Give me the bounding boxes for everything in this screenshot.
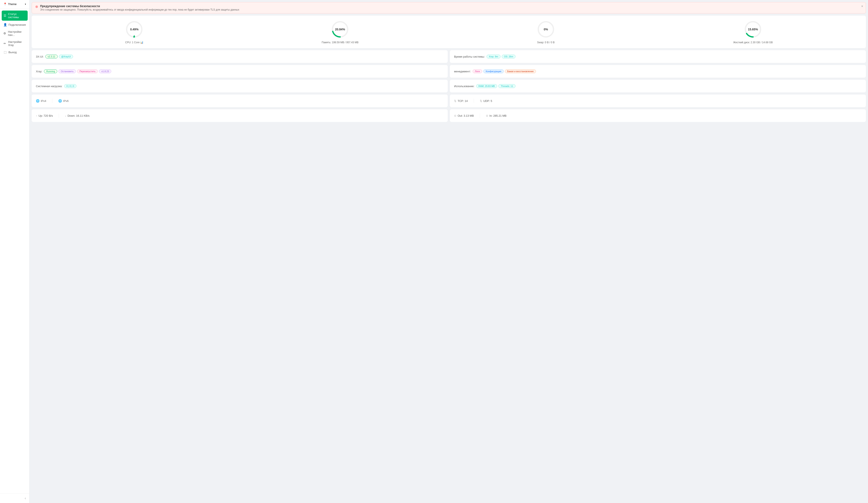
ipv6-item: 🌐 IPv6	[58, 99, 69, 103]
outbound-icon: ⊙	[454, 114, 456, 117]
management-tags: Логи Конфигурация Бакап и восстановление	[473, 70, 536, 73]
gear-icon: ⚙	[3, 32, 6, 35]
xray-version-tag[interactable]: v1.8.23	[99, 70, 111, 73]
ram-tag[interactable]: RAM: 29.83 MB	[476, 84, 497, 88]
ipv6-icon: 🌐	[58, 99, 62, 103]
system-load-card: Системная нагрузка: 0 | 0 | 0	[32, 80, 448, 92]
xray-running-tag[interactable]: Running	[44, 70, 57, 73]
load-value-tag[interactable]: 0 | 0 | 0	[64, 84, 76, 88]
edit-icon: ✏	[3, 42, 6, 45]
alert-icon: ⊗	[35, 4, 38, 9]
divider	[59, 114, 59, 118]
swap-value: 0%	[544, 28, 548, 31]
sidebar: 📍 Theme ▾ ☰ Статус системы 👤 Подключения…	[0, 0, 30, 503]
collapse-icon: ‹	[25, 496, 26, 501]
ui-version-tags: v2.3.11 @XrayUI	[45, 55, 73, 59]
swap-gauge-circle: 0%	[536, 20, 555, 39]
backup-tag[interactable]: Бакап и восстановление	[505, 70, 536, 73]
udp-label: UDP: 5	[483, 99, 492, 103]
tcp-label: TCP: 14	[458, 99, 468, 103]
management-label: менеджмент:	[454, 70, 471, 73]
network-ip-card: 🌐 IPv4 🌐 IPv6	[32, 95, 448, 107]
theme-icon: 📍	[3, 2, 7, 6]
sidebar-item-label: Выход	[9, 51, 17, 54]
ipv6-label: IPv6	[63, 99, 69, 103]
xray-stop-tag[interactable]: Остановить	[59, 70, 76, 73]
ipv4-label: IPv4	[41, 99, 46, 103]
swap-label: Swap: 0 B / 0 B	[537, 41, 555, 44]
disk-gauge: 15.65% Жесткий диск: 2.30 GB / 14.68 GB	[733, 20, 773, 44]
logs-tag[interactable]: Логи	[473, 70, 482, 73]
ui-xrayui-tag[interactable]: @XrayUI	[59, 55, 73, 59]
xray-restart-tag[interactable]: Перезапустить	[77, 70, 98, 73]
ui-version-card: 3X-UI: v2.3.11 @XrayUI	[32, 50, 448, 63]
tcp-item: ⇅ TCP: 14	[454, 99, 468, 103]
theme-label: Theme	[8, 2, 17, 6]
disk-label: Жесткий диск: 2.30 GB / 14.68 GB	[733, 41, 773, 44]
sidebar-item-label: Настройки пан...	[8, 30, 26, 36]
cpu-gauge: 0.49% CPU: 1 Core 📊	[125, 20, 144, 44]
info-cards-grid: 3X-UI: v2.3.11 @XrayUI Время работы сист…	[32, 50, 866, 122]
outbound-item: ⊙ Out: 3.13 MB	[454, 114, 474, 117]
memory-value: 20.84%	[335, 28, 345, 31]
management-card: менеджмент: Логи Конфигурация Бакап и во…	[450, 65, 866, 78]
download-item: ↓ Down: 16.11 KB/s	[65, 114, 90, 117]
sidebar-item-connections[interactable]: 👤 Подключения	[0, 21, 29, 28]
xray-status-card: Xray: Running Остановить Перезапустить v…	[32, 65, 448, 78]
tcp-icon: ⇅	[454, 99, 456, 103]
security-alert: ⊗ Предупреждение системы безопасности Эт…	[32, 2, 866, 13]
ui-version-label: 3X-UI:	[36, 55, 44, 58]
inbound-item: ⊙ In: 285.21 MB	[486, 114, 507, 117]
memory-label: Память: 199.59 MB / 957.43 MB	[322, 41, 359, 44]
divider	[52, 99, 52, 103]
config-tag[interactable]: Конфигурация	[483, 70, 504, 73]
alert-title: Предупреждение системы безопасности	[40, 4, 862, 8]
sidebar-item-panel-settings[interactable]: ⚙ Настройки пан...	[0, 28, 29, 39]
memory-gauge: 20.84% Память: 199.59 MB / 957.43 MB	[322, 20, 359, 44]
sidebar-item-logout[interactable]: ⬚ Выход	[0, 49, 29, 56]
system-load-label: Системная нагрузка:	[36, 85, 62, 88]
os-uptime-tag[interactable]: OS: 26m	[502, 55, 516, 59]
outbound-label: Out: 3.13 MB	[458, 114, 474, 117]
traffic-outin-card: ⊙ Out: 3.13 MB ⊙ In: 285.21 MB	[450, 109, 866, 122]
alert-content: Предупреждение системы безопасности Это …	[40, 4, 862, 11]
usage-tags: RAM: 29.83 MB Threads: 11	[476, 84, 516, 88]
sidebar-collapse-button[interactable]: ‹	[3, 496, 26, 501]
threads-tag[interactable]: Threads: 11	[498, 84, 516, 88]
inbound-icon: ⊙	[486, 114, 488, 117]
download-icon: ↓	[65, 114, 66, 117]
cpu-dot	[134, 35, 135, 37]
sidebar-footer: ‹	[0, 493, 29, 503]
swap-gauge: 0% Swap: 0 B / 0 B	[536, 20, 555, 44]
tcp-udp-card: ⇅ TCP: 14 ⇅ UDP: 5	[450, 95, 866, 107]
memory-gauge-circle: 20.84%	[331, 20, 350, 39]
alert-description: Это соединение не защищено. Пожалуйста, …	[40, 8, 862, 11]
status-icon: ☰	[3, 14, 6, 17]
uptime-label: Время работы системы:	[454, 55, 485, 58]
udp-icon: ⇅	[480, 99, 482, 103]
upload-item: ↑ Up: 720 B/s	[36, 114, 53, 117]
sidebar-item-xray-settings[interactable]: ✏ Настройки Xray	[0, 39, 29, 49]
ui-version-tag[interactable]: v2.3.11	[45, 55, 58, 59]
download-label: Down: 16.11 KB/s	[68, 114, 90, 117]
alert-close-button[interactable]: ×	[861, 4, 863, 8]
xray-uptime-tag[interactable]: Xray: 9m	[487, 55, 500, 59]
main-content: ⊗ Предупреждение системы безопасности Эт…	[30, 0, 868, 503]
disk-value: 15.65%	[748, 28, 758, 31]
sidebar-item-status[interactable]: ☰ Статус системы	[2, 11, 28, 21]
inbound-label: In: 285.21 MB	[489, 114, 507, 117]
usage-label: Использование:	[454, 85, 475, 88]
sidebar-item-label: Настройки Xray	[8, 40, 26, 46]
user-icon: 👤	[3, 23, 7, 27]
theme-selector[interactable]: 📍 Theme ▾	[0, 0, 29, 9]
cpu-gauge-circle: 0.49%	[125, 20, 144, 39]
disk-gauge-circle: 15.65%	[743, 20, 763, 39]
ipv4-item: 🌐 IPv4	[36, 99, 46, 103]
sidebar-item-label: Статус системы	[8, 12, 26, 19]
divider	[480, 114, 480, 118]
cpu-value: 0.49%	[130, 28, 138, 31]
uptime-tags: Xray: 9m OS: 26m	[487, 55, 516, 59]
system-load-tags: 0 | 0 | 0	[64, 84, 76, 88]
cpu-label: CPU: 1 Core 📊	[125, 41, 143, 44]
usage-card: Использование: RAM: 29.83 MB Threads: 11	[450, 80, 866, 92]
